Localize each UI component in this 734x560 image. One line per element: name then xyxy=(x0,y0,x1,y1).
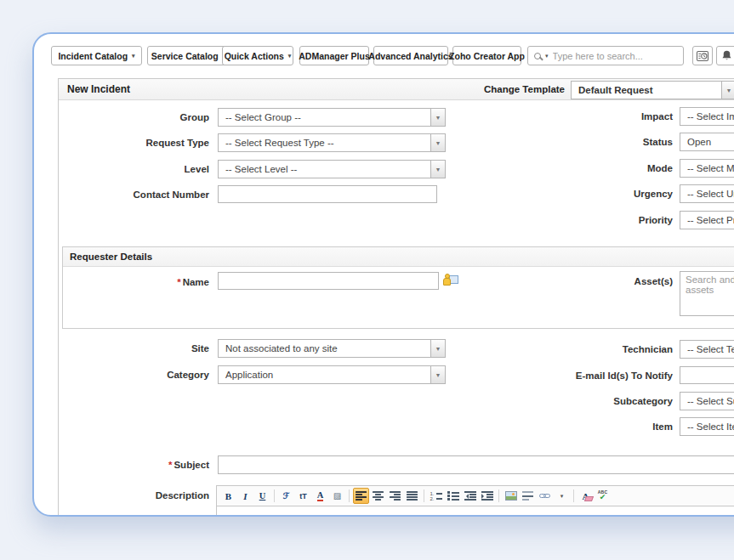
level-label: Level xyxy=(59,160,209,178)
urgency-value: -- Select Urgency -- xyxy=(680,185,734,202)
search-scope-caret-icon[interactable]: ▾ xyxy=(545,53,549,59)
urgency-select[interactable]: -- Select Urgency -- xyxy=(680,184,734,203)
name-label: *Name xyxy=(59,273,209,291)
contact-number-input[interactable] xyxy=(218,185,437,203)
chevron-down-icon: ▾ xyxy=(288,53,292,59)
editor-spellcheck-button[interactable]: ABC ✔ xyxy=(595,488,611,504)
new-incident-panel: New Incident Change Template Default Req… xyxy=(58,78,734,517)
font-size-icon: tT xyxy=(299,492,307,501)
chevron-down-icon[interactable]: ▼ xyxy=(721,82,734,99)
mode-select[interactable]: -- Select Mode -- xyxy=(680,159,734,178)
status-select[interactable]: Open xyxy=(680,133,734,151)
editor-indent-button[interactable] xyxy=(479,488,495,504)
technician-select[interactable]: -- Select Technician -- xyxy=(680,340,734,359)
recent-items-icon xyxy=(696,49,709,63)
global-search[interactable]: ▾ xyxy=(527,46,684,65)
category-label: Category xyxy=(59,365,209,384)
editor-align-right-button[interactable] xyxy=(387,488,403,504)
separator xyxy=(274,489,275,502)
change-template-label: Change Template xyxy=(433,79,565,100)
editor-insert-image-button[interactable] xyxy=(503,488,519,504)
app-window: Incident Catalog ▾ Service Catalog ▾ Qui… xyxy=(32,32,734,517)
status-label: Status xyxy=(547,133,673,151)
remove-format-icon: A xyxy=(583,491,589,501)
category-select[interactable]: Application ▼ xyxy=(218,365,446,384)
advanced-analytics-button[interactable]: Advanced Analytics xyxy=(373,46,448,65)
service-catalog-label: Service Catalog xyxy=(151,51,219,61)
chevron-down-icon[interactable]: ▼ xyxy=(430,109,445,126)
request-type-select[interactable]: -- Select Request Type -- ▼ xyxy=(218,133,446,152)
requester-lookup-icon[interactable] xyxy=(443,274,458,286)
separator xyxy=(573,489,574,502)
description-editor-body[interactable] xyxy=(216,506,734,517)
chevron-down-icon[interactable]: ▼ xyxy=(430,340,445,357)
required-marker: * xyxy=(168,460,172,470)
editor-unordered-list-button[interactable] xyxy=(445,488,461,504)
background-color-icon: ▨ xyxy=(333,491,341,501)
quick-actions-button[interactable]: Quick Actions ▾ xyxy=(222,46,293,65)
admanager-plus-button[interactable]: ADManager Plus xyxy=(299,46,369,65)
request-type-value: -- Select Request Type -- xyxy=(219,134,430,151)
editor-background-color-button[interactable]: ▨ xyxy=(329,488,345,504)
group-label: Group xyxy=(59,108,209,127)
zoho-creator-app-button[interactable]: Zoho Creator App xyxy=(452,46,521,65)
group-select[interactable]: -- Select Group -- ▼ xyxy=(218,108,446,127)
group-value: -- Select Group -- xyxy=(219,109,430,126)
change-template-select[interactable]: Default Request ▼ xyxy=(571,81,734,99)
requester-details-title: Requester Details xyxy=(70,252,152,262)
required-marker: * xyxy=(177,277,180,287)
item-label: Item xyxy=(547,417,673,436)
notifications-button[interactable] xyxy=(716,46,734,65)
indent-icon xyxy=(481,491,493,501)
editor-font-color-button[interactable]: A xyxy=(312,488,328,504)
editor-insert-link-button[interactable] xyxy=(537,488,553,504)
incident-catalog-button[interactable]: Incident Catalog ▾ xyxy=(51,46,142,65)
assets-label: Asset(s) xyxy=(547,272,673,291)
subject-input[interactable] xyxy=(218,455,734,474)
font-color-icon: A xyxy=(317,491,324,501)
editor-italic-button[interactable]: I xyxy=(237,488,253,504)
request-type-label: Request Type xyxy=(59,133,209,152)
urgency-label: Urgency xyxy=(547,184,673,203)
assets-search-textarea[interactable] xyxy=(680,271,734,316)
separator xyxy=(424,489,424,502)
lookup-person-shape xyxy=(443,274,449,285)
technician-label: Technician xyxy=(547,340,673,359)
priority-select[interactable]: -- Select Priority -- xyxy=(680,211,734,229)
editor-align-justify-button[interactable] xyxy=(404,488,420,504)
page-title: New Incident xyxy=(67,83,130,95)
email-notify-input[interactable] xyxy=(680,366,734,384)
editor-link-options-button[interactable]: ▾ xyxy=(554,488,570,504)
item-select[interactable]: -- Select Item -- xyxy=(680,417,734,436)
mode-value: -- Select Mode -- xyxy=(680,160,734,177)
requester-name-input[interactable] xyxy=(218,272,439,290)
align-right-icon xyxy=(390,491,401,501)
editor-font-size-button[interactable]: tT xyxy=(295,488,311,504)
editor-remove-format-button[interactable]: A xyxy=(578,488,594,504)
level-value: -- Select Level -- xyxy=(219,161,430,178)
site-select[interactable]: Not associated to any site ▼ xyxy=(218,339,446,358)
service-catalog-button[interactable]: Service Catalog ▾ xyxy=(147,46,230,65)
level-select[interactable]: -- Select Level -- ▼ xyxy=(218,160,446,178)
editor-horizontal-rule-button[interactable] xyxy=(520,488,536,504)
underline-icon: U xyxy=(259,491,266,501)
editor-underline-button[interactable]: U xyxy=(254,488,270,504)
quick-actions-label: Quick Actions xyxy=(225,51,284,61)
chevron-down-icon[interactable]: ▼ xyxy=(430,161,445,178)
editor-align-center-button[interactable] xyxy=(370,488,386,504)
editor-align-left-button[interactable] xyxy=(353,488,369,504)
editor-outdent-button[interactable] xyxy=(462,488,478,504)
chevron-down-icon[interactable]: ▼ xyxy=(430,134,445,151)
subcategory-select[interactable]: -- Select Subcategory -- xyxy=(680,392,734,410)
chevron-down-icon[interactable]: ▼ xyxy=(430,366,445,383)
editor-font-family-button[interactable]: ℱ xyxy=(278,488,294,504)
recent-items-button[interactable] xyxy=(692,46,713,65)
bell-icon xyxy=(720,49,733,62)
search-input[interactable] xyxy=(553,51,677,61)
impact-select[interactable]: -- Select Impact -- xyxy=(680,107,734,126)
subcategory-label: Subcategory xyxy=(547,392,673,410)
editor-bold-button[interactable]: B xyxy=(220,488,236,504)
editor-ordered-list-button[interactable]: 1. 2. xyxy=(428,488,444,504)
change-template-value: Default Request xyxy=(572,82,721,99)
align-justify-icon xyxy=(407,491,418,501)
